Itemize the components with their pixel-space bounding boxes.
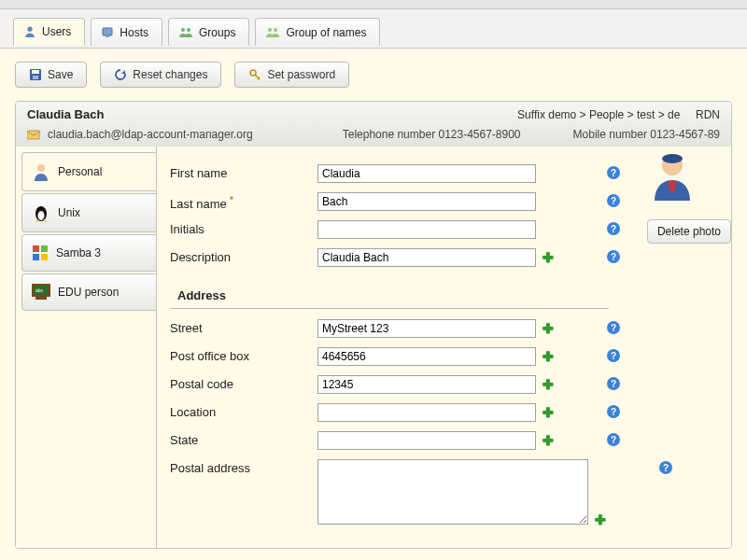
entry-panel: Claudia Bach Suffix demo > People > test… [15,101,732,549]
tab-hosts-label: Hosts [120,26,148,39]
save-button[interactable]: Save [15,62,87,88]
svg-point-6 [274,28,277,32]
tab-group-of-names[interactable]: Group of names [255,18,380,46]
avatar-icon [647,150,731,201]
tab-users[interactable]: Users [13,18,85,46]
description-input[interactable] [317,248,536,267]
photo-box: Delete photo [647,150,731,244]
street-label: Street [170,319,317,335]
svg-point-12 [37,164,45,172]
tux-icon [32,203,50,222]
add-icon[interactable]: ✚ [543,377,554,392]
set-password-label: Set password [267,68,335,81]
pobox-input[interactable] [317,347,536,366]
help-icon[interactable]: ? [607,433,620,446]
side-tab-unix-label: Unix [58,206,80,219]
svg-rect-17 [33,254,39,260]
entry-suffix: Suffix demo > People > test > de RDN [517,108,720,121]
side-tab-unix[interactable]: Unix [21,193,156,232]
add-icon[interactable]: ✚ [543,321,554,336]
entry-phone: Telephone number 0123-4567-8900 [343,128,521,141]
help-icon[interactable]: ? [607,405,620,418]
key-icon [248,68,261,81]
last-name-label: Last name [170,192,317,211]
add-icon[interactable]: ✚ [543,250,554,265]
action-bar: Save Reset changes Set password [0,49,747,101]
tab-users-label: Users [42,25,71,38]
postal-code-label: Postal code [170,375,317,391]
chalkboard-icon: abc [32,284,50,301]
state-input[interactable] [317,431,536,450]
svg-rect-1 [103,28,112,35]
svg-point-23 [662,154,683,163]
svg-text:abc: abc [35,287,44,293]
side-tab-edu-label: EDU person [58,286,119,299]
add-icon[interactable]: ✚ [543,349,554,364]
save-icon [29,68,42,81]
postal-address-input[interactable] [317,459,588,525]
svg-rect-16 [41,245,48,252]
svg-rect-8 [32,70,39,74]
window-top-strip [0,0,747,9]
refresh-icon [114,68,127,81]
groups-icon [178,26,193,39]
group-names-icon [265,26,280,39]
initials-input[interactable] [317,220,536,239]
svg-point-5 [268,28,272,32]
reset-button[interactable]: Reset changes [100,62,221,88]
entry-title: Claudia Bach [27,107,104,121]
user-icon [23,25,36,38]
svg-point-14 [38,211,45,220]
street-input[interactable] [317,319,536,338]
entry-header: Claudia Bach Suffix demo > People > test… [16,102,731,147]
postal-code-input[interactable] [317,375,536,394]
description-label: Description [170,248,317,264]
postal-address-label: Postal address [170,459,317,475]
save-button-label: Save [48,68,73,81]
state-label: State [170,431,317,447]
svg-point-3 [181,28,185,32]
side-tabs: Personal Unix Samba 3 abc EDU person [16,147,156,548]
set-password-button[interactable]: Set password [234,62,349,88]
side-tab-samba[interactable]: Samba 3 [21,234,156,272]
location-input[interactable] [317,403,536,422]
side-tab-samba-label: Samba 3 [56,246,101,259]
svg-rect-21 [35,297,47,300]
svg-rect-15 [33,245,39,252]
svg-rect-2 [106,35,109,37]
side-tab-personal[interactable]: Personal [21,152,157,191]
add-icon[interactable]: ✚ [595,512,606,527]
help-icon[interactable]: ? [659,461,672,474]
add-icon[interactable]: ✚ [543,433,554,448]
help-icon[interactable]: ? [607,222,620,235]
mail-icon [27,130,40,140]
reset-button-label: Reset changes [133,68,207,81]
entry-mobile: Mobile number 0123-4567-89 [573,128,720,141]
pobox-label: Post office box [170,347,317,363]
host-icon [101,26,114,39]
svg-point-4 [187,28,190,32]
first-name-input[interactable] [317,164,536,183]
help-icon[interactable]: ? [607,349,620,362]
tab-hosts[interactable]: Hosts [91,18,162,46]
location-label: Location [170,403,317,419]
address-heading: Address [170,275,609,309]
initials-label: Initials [170,220,317,236]
tab-groups[interactable]: Groups [168,18,249,46]
first-name-label: First name [170,164,317,180]
add-icon[interactable]: ✚ [543,405,554,420]
help-icon[interactable]: ? [607,321,620,334]
svg-rect-9 [33,76,38,79]
delete-photo-button[interactable]: Delete photo [647,219,731,244]
side-tab-edu[interactable]: abc EDU person [21,273,156,311]
delete-photo-label: Delete photo [657,225,721,238]
help-icon[interactable]: ? [607,250,620,263]
svg-rect-18 [41,254,48,260]
entry-email: claudia.bach@ldap-account-manager.org [48,128,253,141]
help-icon[interactable]: ? [607,166,620,179]
last-name-input[interactable] [317,192,536,211]
svg-point-0 [27,27,32,32]
help-icon[interactable]: ? [607,377,620,390]
tab-groups-label: Groups [199,26,235,39]
help-icon[interactable]: ? [607,194,620,207]
